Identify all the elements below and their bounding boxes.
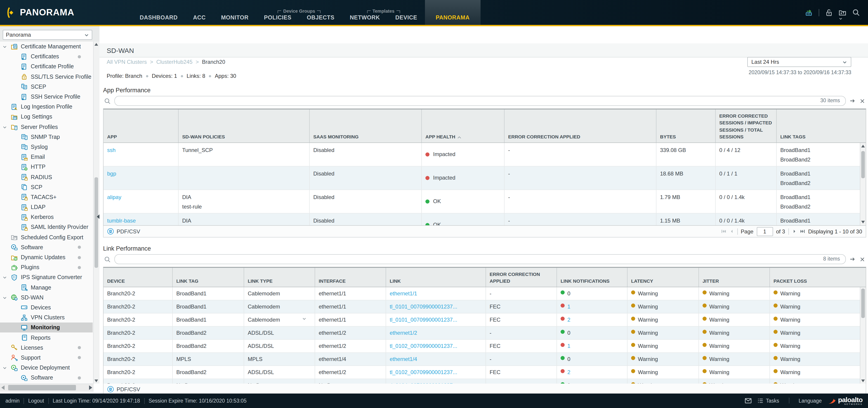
sidebar-item-manage[interactable]: Manage (0, 283, 93, 292)
sidebar-item-log-settings[interactable]: Log Settings (0, 112, 93, 122)
sidebar-item-plugins[interactable]: Plugins (0, 262, 93, 272)
tab-device[interactable]: DEVICE (388, 14, 425, 25)
notification-count-link[interactable]: 2 (567, 317, 570, 323)
context-selector[interactable]: Panorama (3, 30, 92, 40)
column-header-link[interactable]: LINK (386, 268, 486, 287)
link-detail-link[interactable]: tl_0102_00709900001237... (390, 369, 457, 375)
notification-count-link[interactable]: 2 (567, 369, 570, 375)
tab-acc[interactable]: ACC (185, 0, 213, 25)
scroll-right-icon[interactable] (89, 385, 92, 390)
sidebar-item-monitoring[interactable]: Monitoring (0, 323, 93, 333)
sidebar-item-radius[interactable]: RADIUS (0, 172, 93, 182)
export-pdf-csv-button[interactable]: PDF/CSV (117, 228, 140, 235)
expander-chevron-icon[interactable] (3, 366, 7, 370)
link-table-scrollbar[interactable] (860, 287, 866, 384)
link-table-row[interactable]: Branch20-2BroadBand2ADSL/DSLethernet1/2t… (103, 366, 866, 379)
sidebar-item-email[interactable]: Email (0, 152, 93, 162)
column-header-jitter[interactable]: JITTER (699, 268, 770, 287)
link-table-row[interactable]: Branch20-2No DataNo DataNo Datatl_0104_0… (103, 379, 866, 384)
sidebar-item-vpn-clusters[interactable]: VPN Clusters (0, 313, 93, 322)
apply-filter-icon[interactable] (849, 98, 856, 104)
expander-chevron-icon[interactable] (3, 276, 7, 280)
tab-objects[interactable]: OBJECTS (299, 14, 342, 25)
language-button[interactable]: Language (799, 398, 822, 404)
sidebar-item-sd-wan[interactable]: SD-WAN (0, 292, 93, 302)
link-detail-link[interactable]: tl_0102_00709900001237... (390, 343, 457, 349)
tab-policies[interactable]: POLICIES (256, 14, 299, 25)
sidebar-item-licenses[interactable]: Licenses (0, 343, 93, 353)
expander-chevron-icon[interactable] (3, 125, 7, 129)
sidebar-item-software[interactable]: Software (0, 373, 93, 383)
clear-filter-icon[interactable] (860, 98, 865, 104)
tab-monitor[interactable]: MONITOR (213, 0, 256, 25)
column-header-saas-monitoring[interactable]: SAAS MONITORING (310, 110, 422, 143)
scrollbar-thumb[interactable] (8, 385, 76, 390)
scrollbar-thumb[interactable] (861, 151, 865, 178)
sidebar-item-support[interactable]: Support (0, 353, 93, 363)
sidebar-item-reports[interactable]: Reports (0, 333, 93, 343)
scroll-down-icon[interactable] (94, 379, 98, 382)
page-number-input[interactable] (756, 227, 773, 236)
sidebar-item-tacacs[interactable]: TACACS+ (0, 192, 93, 202)
scroll-left-icon[interactable] (1, 385, 4, 390)
link-table-row[interactable]: Branch20-2BroadBand1Cablemodemethernet1/… (103, 300, 866, 314)
sidebar-collapse-icon[interactable] (97, 214, 99, 219)
lock-nav-icon[interactable] (825, 8, 833, 16)
column-header-app[interactable]: APP (103, 110, 179, 143)
scroll-down-icon[interactable] (861, 379, 865, 382)
app-table-row[interactable]: bgpDisabledImpacted-18.68 MB0 / 1 / 1Bro… (103, 167, 866, 190)
column-header-bytes[interactable]: BYTES (656, 110, 716, 143)
column-header-sd-wan-policies[interactable]: SD-WAN POLICIES (179, 110, 310, 143)
sidebar-item-certificates[interactable]: Certificates (0, 52, 93, 61)
tasks-button[interactable]: Tasks (757, 398, 779, 404)
app-link[interactable]: tumblr-base (107, 217, 136, 224)
folder-transfer-icon[interactable] (839, 8, 846, 16)
column-header-app-health[interactable]: APP HEALTH (422, 110, 504, 143)
sidebar-item-ips-signature-converter[interactable]: IPS Signature Converter (0, 272, 93, 283)
link-table-row[interactable]: Branch20-2BroadBand2ADSL/DSLethernet1/2e… (103, 327, 866, 340)
sidebar-item-scep[interactable]: SCEP (0, 82, 93, 92)
app-table-row[interactable]: tumblr-baseDIADisabledOK-1.15 MB0 / 0 / … (103, 213, 866, 225)
app-search-input[interactable]: 30 items (114, 96, 846, 106)
scroll-up-icon[interactable] (94, 43, 98, 46)
expander-chevron-icon[interactable] (3, 45, 7, 49)
link-detail-link[interactable]: ethernet1/4 (390, 356, 417, 362)
sidebar-item-kerberos[interactable]: Kerberos (0, 212, 93, 222)
scrollbar-thumb[interactable] (861, 289, 865, 318)
app-link[interactable]: ssh (107, 147, 116, 153)
sidebar-vertical-scrollbar[interactable] (93, 41, 99, 384)
time-range-select[interactable]: Last 24 Hrs (747, 57, 851, 67)
first-page-icon[interactable] (721, 229, 726, 234)
notification-count-link[interactable]: 1 (567, 303, 570, 310)
column-header-link-tags[interactable]: LINK TAGS (777, 110, 866, 143)
column-header-interface[interactable]: INTERFACE (315, 268, 386, 287)
column-header-link-tag[interactable]: LINK TAG (173, 268, 244, 287)
breadcrumb-clusterhub245[interactable]: ClusterHub245 (156, 59, 192, 65)
notifications-envelope-icon[interactable] (745, 397, 752, 404)
app-table-scrollbar[interactable] (860, 143, 866, 225)
link-detail-link[interactable]: ethernet1/1 (390, 290, 417, 297)
sidebar-horizontal-scrollbar[interactable] (0, 384, 94, 392)
sidebar-item-scheduled-config-export[interactable]: Scheduled Config Export (0, 232, 93, 242)
breadcrumb-all-vpn-clusters[interactable]: All VPN Clusters (107, 59, 147, 65)
logout-link[interactable]: Logout (28, 398, 44, 404)
tab-panorama[interactable]: PANORAMA (425, 0, 480, 25)
sidebar-item-devices[interactable]: Devices (0, 302, 93, 313)
scroll-down-icon[interactable] (861, 221, 865, 224)
commit-status-icon[interactable] (805, 8, 813, 16)
export-pdf-csv-button[interactable]: PDF/CSV (117, 386, 140, 392)
column-header-packet-loss[interactable]: PACKET LOSS (770, 268, 866, 287)
scrollbar-thumb[interactable] (94, 177, 98, 268)
app-table-row[interactable]: alipayDIAtest-ruleDisabledOK-1.79 MB0 / … (103, 190, 866, 213)
column-header-device[interactable]: DEVICE (103, 268, 173, 287)
apply-filter-icon[interactable] (849, 256, 856, 262)
link-detail-link[interactable]: tl_0101_00709900001237... (390, 303, 457, 310)
sidebar-item-ssl-tls-service-profile[interactable]: SSL/TLS Service Profile (0, 72, 93, 82)
link-detail-link[interactable]: tl_0101_00709900001237... (390, 317, 457, 323)
column-header-link-type[interactable]: LINK TYPE (244, 268, 315, 287)
sidebar-item-snmp-trap[interactable]: SNMP Trap (0, 132, 93, 142)
app-link[interactable]: alipay (107, 194, 121, 200)
sidebar-item-ldap[interactable]: LDAP (0, 202, 93, 212)
link-detail-link[interactable]: ethernet1/2 (390, 330, 417, 336)
sidebar-item-log-ingestion-profile[interactable]: Log Ingestion Profile (0, 102, 93, 112)
